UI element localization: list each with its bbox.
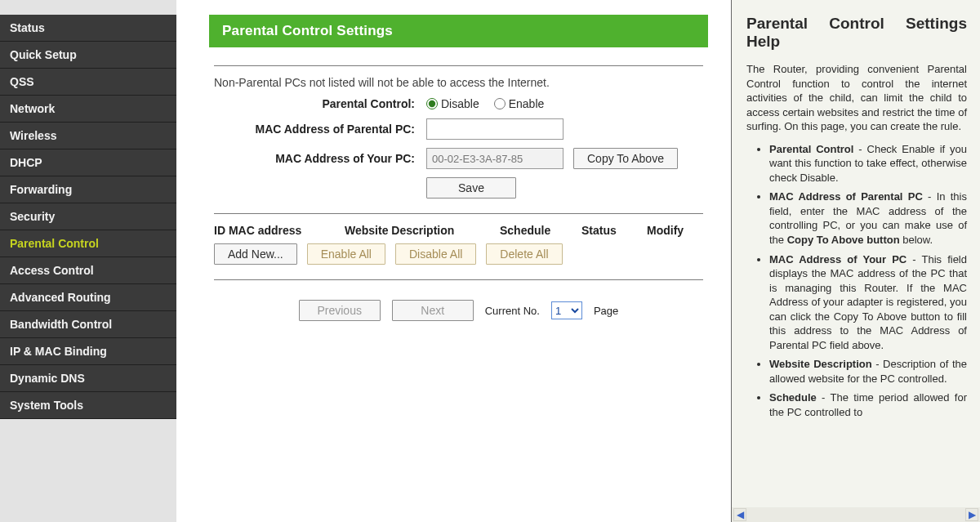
sidebar-item-security[interactable]: Security — [0, 203, 176, 230]
page-label: Page — [594, 305, 618, 317]
sidebar-item-system-tools[interactable]: System Tools — [0, 392, 176, 419]
col-schedule: Schedule — [500, 224, 581, 237]
help-item-web-desc: Website Description - Description of the… — [769, 357, 967, 386]
disable-all-button[interactable]: Disable All — [395, 243, 476, 265]
sidebar-item-advanced-routing[interactable]: Advanced Routing — [0, 284, 176, 311]
sidebar-item-bandwidth-control[interactable]: Bandwidth Control — [0, 311, 176, 338]
col-id-mac: ID MAC address — [214, 224, 345, 237]
entry-table-header: ID MAC address Website Description Sched… — [214, 224, 703, 237]
copy-to-above-button[interactable]: Copy To Above — [573, 148, 678, 169]
help-item-schedule: Schedule - The time period allowed for t… — [769, 390, 967, 419]
sidebar-item-parental-control[interactable]: Parental Control — [0, 230, 176, 257]
mac-parental-label: MAC Address of Parental PC: — [214, 123, 426, 136]
divider — [214, 213, 703, 214]
main-panel: Parental Control Settings Non-Parental P… — [176, 0, 732, 522]
radio-disable[interactable] — [426, 98, 438, 109]
divider — [214, 279, 703, 280]
help-item-mac-parental: MAC Address of Parental PC - In this fie… — [769, 190, 967, 247]
help-list: Parental Control - Check Enable if you w… — [746, 142, 967, 420]
radio-disable-wrap[interactable]: Disable — [426, 97, 479, 110]
sidebar-item-status[interactable]: Status — [0, 15, 176, 42]
mac-parental-input[interactable] — [426, 118, 564, 140]
sidebar-item-forwarding[interactable]: Forwarding — [0, 176, 176, 203]
mac-your-label: MAC Address of Your PC: — [214, 152, 426, 165]
enable-all-button[interactable]: Enable All — [307, 243, 385, 265]
sidebar: Status Quick Setup QSS Network Wireless … — [0, 0, 176, 522]
sidebar-item-network[interactable]: Network — [0, 96, 176, 123]
sidebar-item-ip-mac-binding[interactable]: IP & MAC Binding — [0, 338, 176, 365]
radio-disable-label: Disable — [441, 97, 479, 110]
sidebar-item-wireless[interactable]: Wireless — [0, 123, 176, 149]
previous-button[interactable]: Previous — [299, 300, 381, 321]
scroll-right-icon[interactable]: ▶ — [965, 508, 978, 521]
help-title: Parental Control Settings Help — [746, 15, 967, 51]
help-panel: Parental Control Settings Help The Route… — [732, 0, 980, 522]
save-button[interactable]: Save — [426, 177, 516, 199]
current-no-label: Current No. — [485, 305, 540, 317]
next-button[interactable]: Next — [392, 300, 474, 321]
add-new-button[interactable]: Add New... — [214, 243, 297, 265]
sidebar-item-dhcp[interactable]: DHCP — [0, 149, 176, 176]
radio-enable-label: Enable — [509, 97, 545, 110]
col-web-desc: Website Description — [345, 224, 500, 237]
sidebar-item-qss[interactable]: QSS — [0, 69, 176, 96]
sidebar-item-dynamic-dns[interactable]: Dynamic DNS — [0, 365, 176, 392]
help-intro: The Router, providing convenient Parenta… — [746, 62, 967, 134]
col-status: Status — [581, 224, 647, 237]
col-modify: Modify — [647, 224, 712, 237]
pager: Previous Next Current No. 1 Page — [214, 290, 703, 321]
mac-your-input — [426, 148, 564, 169]
delete-all-button[interactable]: Delete All — [486, 243, 562, 265]
scroll-left-icon[interactable]: ◀ — [733, 508, 746, 521]
current-page-select[interactable]: 1 — [551, 301, 582, 319]
help-item-mac-your: MAC Address of Your PC - This field disp… — [769, 252, 967, 353]
radio-enable-wrap[interactable]: Enable — [494, 97, 545, 110]
help-scrollbar[interactable]: ◀ ▶ — [732, 507, 980, 522]
page-title: Parental Control Settings — [209, 15, 708, 47]
sidebar-item-quick-setup[interactable]: Quick Setup — [0, 42, 176, 69]
info-note: Non-Parental PCs not listed will not be … — [214, 76, 703, 89]
sidebar-item-access-control[interactable]: Access Control — [0, 257, 176, 284]
parental-control-label: Parental Control: — [214, 97, 426, 110]
radio-enable[interactable] — [494, 98, 506, 109]
help-item-parental-control: Parental Control - Check Enable if you w… — [769, 142, 967, 185]
divider — [214, 65, 703, 66]
